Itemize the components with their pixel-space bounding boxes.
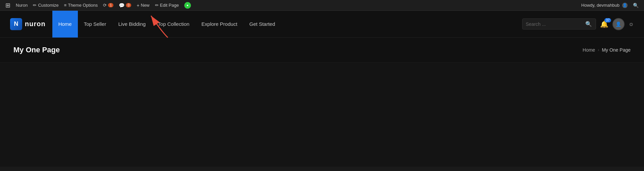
site-name-label: Nuron bbox=[16, 3, 28, 8]
nav-menu: Home Top Seller Live Bidding Top Collect… bbox=[52, 11, 522, 38]
nav-top-collection-label: Top Collection bbox=[158, 21, 189, 27]
main-content bbox=[0, 63, 644, 167]
search-icon: 🔍 bbox=[585, 21, 592, 27]
notifications-badge: 37 bbox=[604, 18, 611, 22]
nav-home-label: Home bbox=[58, 21, 72, 27]
nav-item-top-collection[interactable]: Top Collection bbox=[152, 11, 195, 38]
notifications-button[interactable]: 🔔 37 bbox=[600, 20, 608, 28]
edit-icon: ✏ bbox=[155, 3, 159, 8]
page-title: My One Page bbox=[13, 46, 60, 54]
updates-button[interactable]: ⟳ 1 bbox=[100, 0, 116, 11]
breadcrumb-separator: › bbox=[598, 48, 599, 52]
comments-button[interactable]: 💬 0 bbox=[116, 0, 134, 11]
admin-bar-left: ⊞ Nuron ✏ Customize ≡ Theme Options ⟳ 1 bbox=[3, 0, 581, 11]
nav-get-started-label: Get Started bbox=[249, 21, 275, 27]
search-admin-icon[interactable]: 🔍 bbox=[630, 3, 641, 8]
customize-icon: ✏ bbox=[33, 3, 37, 8]
edit-page-button[interactable]: ✏ Edit Page bbox=[152, 0, 182, 11]
nav-item-home[interactable]: Home bbox=[52, 11, 78, 38]
breadcrumb-home[interactable]: Home bbox=[583, 47, 595, 53]
admin-bar-right: Howdy, devmahbub 👤 🔍 bbox=[581, 3, 641, 8]
site-logo[interactable]: N nuron bbox=[10, 18, 46, 30]
updates-badge: 1 bbox=[108, 3, 113, 7]
customize-button[interactable]: ✏ Customize bbox=[30, 0, 61, 11]
nav-item-explore-product[interactable]: Explore Product bbox=[195, 11, 243, 38]
nav-item-top-seller[interactable]: Top Seller bbox=[78, 11, 112, 38]
theme-options-label: Theme Options bbox=[68, 3, 98, 8]
plus-icon: + bbox=[137, 3, 139, 8]
nav-live-bidding-label: Live Bidding bbox=[118, 21, 146, 27]
howdy-text: Howdy, devmahbub bbox=[581, 3, 620, 8]
wp-logo-icon: ⊞ bbox=[5, 2, 10, 9]
comments-badge: 0 bbox=[126, 3, 131, 7]
breadcrumb: Home › My One Page bbox=[583, 47, 631, 53]
search-submit-button[interactable]: 🔍 bbox=[585, 21, 593, 27]
updates-icon: ⟳ bbox=[103, 3, 107, 8]
customize-label: Customize bbox=[38, 3, 58, 8]
settings-icon: ☼ bbox=[629, 20, 634, 27]
site-name-button[interactable]: Nuron bbox=[13, 0, 30, 11]
menu-icon: ≡ bbox=[64, 3, 67, 8]
logo-letter: N bbox=[14, 20, 18, 27]
new-label: New bbox=[141, 3, 150, 8]
wp-admin-bar: ⊞ Nuron ✏ Customize ≡ Theme Options ⟳ 1 bbox=[0, 0, 644, 11]
plugin-icon: ● bbox=[184, 2, 191, 9]
comments-icon: 💬 bbox=[119, 3, 125, 8]
nav-top-seller-label: Top Seller bbox=[84, 21, 106, 27]
user-avatar-nav[interactable]: 👤 bbox=[612, 18, 625, 30]
nav-explore-product-label: Explore Product bbox=[201, 21, 237, 27]
wp-logo-button[interactable]: ⊞ bbox=[3, 0, 13, 11]
site-nav: N nuron Home Top Seller Live Bidding Top… bbox=[0, 11, 644, 38]
theme-options-button[interactable]: ≡ Theme Options bbox=[61, 0, 100, 11]
settings-button[interactable]: ☼ bbox=[629, 20, 634, 27]
nav-item-get-started[interactable]: Get Started bbox=[243, 11, 281, 38]
nav-item-live-bidding[interactable]: Live Bidding bbox=[112, 11, 152, 38]
logo-box: N bbox=[10, 18, 22, 30]
logo-text: nuron bbox=[25, 20, 46, 28]
breadcrumb-current: My One Page bbox=[602, 47, 631, 53]
edit-page-label: Edit Page bbox=[160, 3, 179, 8]
new-button[interactable]: + New bbox=[134, 0, 152, 11]
search-input[interactable] bbox=[526, 21, 585, 27]
plugin-button[interactable]: ● bbox=[182, 0, 194, 11]
admin-avatar[interactable]: 👤 bbox=[622, 3, 628, 8]
search-box: 🔍 bbox=[522, 18, 596, 30]
hero-bar: My One Page Home › My One Page bbox=[0, 38, 644, 63]
nav-right: 🔍 🔔 37 👤 ☼ bbox=[522, 18, 634, 30]
